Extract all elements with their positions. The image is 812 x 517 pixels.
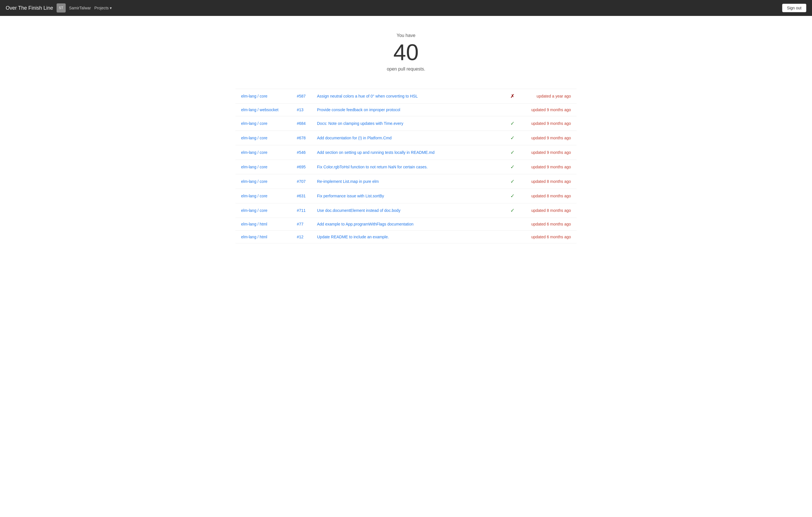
pr-title[interactable]: Update README to include an example. [317,235,503,239]
table-row: elm-lang / websocket #13 Provide console… [235,104,577,116]
table-row: elm-lang / html #77 Add example to App.p… [235,218,577,231]
pr-repo[interactable]: elm-lang / html [241,222,292,226]
pr-repo[interactable]: elm-lang / core [241,121,292,126]
pr-updated: updated 8 months ago [521,208,571,213]
pr-title[interactable]: Docs: Note on clamping updates with Time… [317,121,503,126]
pr-number[interactable]: #711 [297,208,313,213]
pr-repo[interactable]: elm-lang / websocket [241,108,292,112]
pr-repo[interactable]: elm-lang / core [241,165,292,169]
pr-repo[interactable]: elm-lang / core [241,136,292,140]
pr-updated: updated 9 months ago [521,136,571,140]
pr-number[interactable]: #12 [297,235,313,239]
table-row: elm-lang / html #12 Update README to inc… [235,231,577,243]
pr-updated: updated 8 months ago [521,194,571,198]
pr-updated: updated 9 months ago [521,108,571,112]
pr-number[interactable]: #695 [297,165,313,169]
pr-title[interactable]: Use doc.documentElement instead of doc.b… [317,208,503,213]
status-check-icon: ✓ [508,193,517,199]
pr-number[interactable]: #678 [297,136,313,140]
table-row: elm-lang / core #707 Re-implement List.m… [235,174,577,189]
hero-label: open pull requests. [6,66,806,71]
pr-number[interactable]: #587 [297,94,313,98]
pr-title[interactable]: Assign neutral colors a hue of 0° when c… [317,94,503,98]
pr-number[interactable]: #13 [297,108,313,112]
pr-updated: updated 9 months ago [521,121,571,126]
pr-repo[interactable]: elm-lang / core [241,194,292,198]
pr-updated: updated 6 months ago [521,235,571,239]
pr-number[interactable]: #684 [297,121,313,126]
pr-updated: updated 9 months ago [521,150,571,155]
pr-number[interactable]: #77 [297,222,313,226]
projects-label: Projects [94,6,109,10]
pr-title[interactable]: Add section on setting up and running te… [317,150,503,155]
status-cross-icon: ✗ [508,93,517,99]
pr-title[interactable]: Re-implement List.map in pure elm [317,179,503,184]
navbar: Over The Finish Line ST SamirTalwar Proj… [0,0,812,16]
pr-repo[interactable]: elm-lang / core [241,179,292,184]
pr-title[interactable]: Add example to App.programWithFlags docu… [317,222,503,226]
pr-number[interactable]: #707 [297,179,313,184]
table-row: elm-lang / core #684 Docs: Note on clamp… [235,116,577,131]
status-check-icon: ✓ [508,178,517,184]
hero-section: You have 40 open pull requests. [0,16,812,83]
pr-repo[interactable]: elm-lang / html [241,235,292,239]
status-check-icon: ✓ [508,135,517,141]
pr-number[interactable]: #631 [297,194,313,198]
status-check-icon: ✓ [508,149,517,155]
username: SamirTalwar [69,6,91,10]
navbar-left: Over The Finish Line ST SamirTalwar Proj… [6,3,112,12]
pr-title[interactable]: Add documentation for (!) in Platform.Cm… [317,136,503,140]
hero-subtitle: You have [6,33,806,38]
sign-out-button[interactable]: Sign out [782,4,806,12]
app-title: Over The Finish Line [6,5,53,11]
pr-repo[interactable]: elm-lang / core [241,94,292,98]
pr-updated: updated 9 months ago [521,165,571,169]
status-check-icon: ✓ [508,207,517,213]
pr-title[interactable]: Fix Color.rgbToHsl function to not retur… [317,165,503,169]
table-row: elm-lang / core #711 Use doc.documentEle… [235,203,577,218]
pr-updated: updated 6 months ago [521,222,571,226]
pr-table: elm-lang / core #587 Assign neutral colo… [235,89,577,243]
pr-repo[interactable]: elm-lang / core [241,208,292,213]
table-row: elm-lang / core #631 Fix performance iss… [235,189,577,203]
pr-updated: updated 8 months ago [521,179,571,184]
pr-count: 40 [6,41,806,64]
pr-title[interactable]: Fix performance issue with List.sortBy [317,194,503,198]
pr-repo[interactable]: elm-lang / core [241,150,292,155]
pr-number[interactable]: #546 [297,150,313,155]
status-check-icon: ✓ [508,120,517,126]
status-check-icon: ✓ [508,164,517,170]
projects-menu[interactable]: Projects ▾ [94,6,112,10]
table-row: elm-lang / core #695 Fix Color.rgbToHsl … [235,160,577,174]
table-row: elm-lang / core #546 Add section on sett… [235,145,577,160]
table-row: elm-lang / core #678 Add documentation f… [235,131,577,145]
pr-title[interactable]: Provide console feedback on improper pro… [317,108,503,112]
pr-updated: updated a year ago [521,94,571,98]
table-row: elm-lang / core #587 Assign neutral colo… [235,89,577,104]
avatar: ST [57,3,66,12]
chevron-down-icon: ▾ [110,6,112,10]
